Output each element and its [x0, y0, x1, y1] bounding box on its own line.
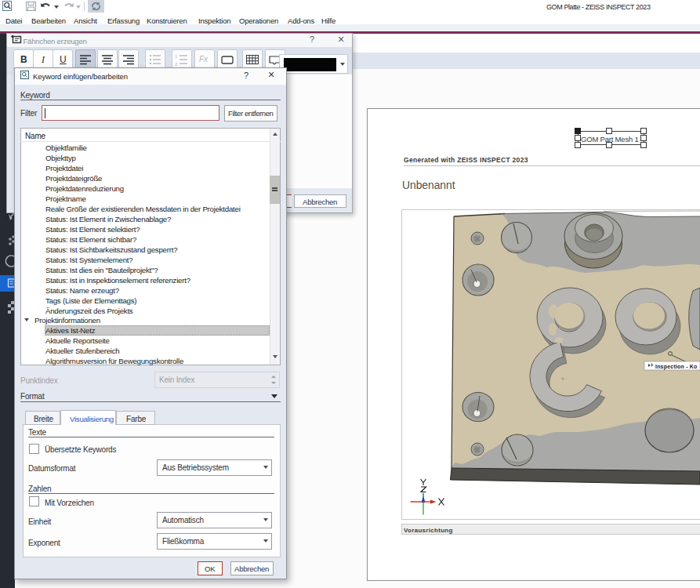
svg-text:2: 2 [175, 62, 178, 67]
svg-text:1: 1 [175, 54, 178, 59]
svg-text:Inspection - Ko: Inspection - Ko [655, 364, 698, 370]
